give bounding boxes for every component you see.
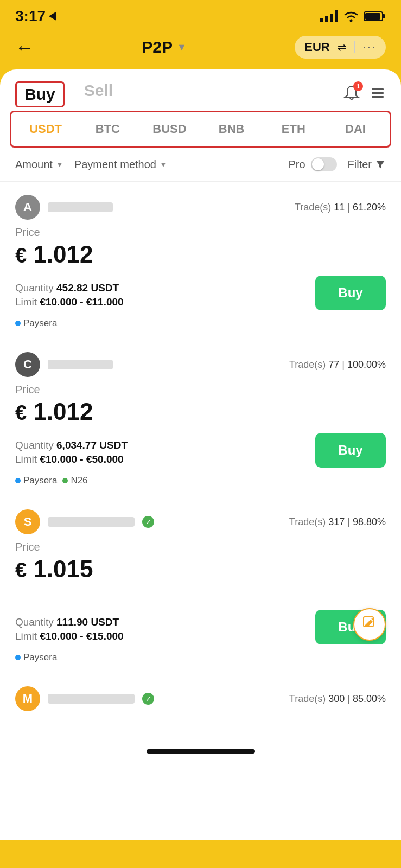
trade-card-1: A Trade(s) 11 | 61.20% Price € 1.012 Qua… <box>0 182 401 339</box>
payment-method-filter-button[interactable]: Payment method ▼ <box>74 158 167 171</box>
currency-selector[interactable]: EUR ⇌ ··· <box>295 36 386 59</box>
buy-sell-tab-row: Buy Sell 1 <box>0 69 401 107</box>
price-value-3: € 1.015 <box>15 556 386 583</box>
payment-dot-paysera-2 <box>15 478 21 483</box>
price-value-1: € 1.012 <box>15 241 386 268</box>
trade-card-3-header: S ✓ Trade(s) 317 | 98.80% <box>15 509 386 534</box>
trader-3-stats: Trade(s) 317 | 98.80% <box>289 516 386 528</box>
trade-card-1-header: A Trade(s) 11 | 61.20% <box>15 195 386 220</box>
battery-icon <box>364 11 386 22</box>
status-time: 3:17 <box>15 8 46 25</box>
trader-1-info: A <box>15 195 113 220</box>
trade-details-1: Quantity 452.82 USDT Limit €10.000 - €11… <box>15 276 386 310</box>
edit-svg-icon <box>362 615 377 630</box>
price-label-3: Price <box>15 541 386 553</box>
price-label-1: Price <box>15 226 386 239</box>
pro-toggle[interactable]: Pro <box>288 157 336 171</box>
trader-3-count: 317 <box>328 516 345 527</box>
payment-tags-2: Paysera N26 <box>15 475 386 486</box>
trader-3-name <box>48 517 135 527</box>
wifi-icon <box>343 10 359 22</box>
svg-rect-3 <box>365 13 380 20</box>
trader-2-avatar: C <box>15 352 40 377</box>
svg-rect-6 <box>372 96 384 98</box>
trader-4-rate: 85.00% <box>353 693 386 704</box>
trader-3-rate: 98.80% <box>353 516 386 527</box>
main-content: Buy Sell 1 <box>0 69 401 840</box>
crypto-tab-dai[interactable]: DAI <box>324 112 386 146</box>
trader-2-count: 77 <box>328 359 339 370</box>
header: ← P2P ▼ EUR ⇌ ··· <box>0 30 401 69</box>
payment-dot-n26-2 <box>62 478 68 483</box>
filter-row: Amount ▼ Payment method ▼ Pro Filter <box>0 148 401 182</box>
tab-icons: 1 <box>343 85 386 105</box>
more-options-button[interactable]: ··· <box>363 40 376 54</box>
crypto-tab-container: USDT BTC BUSD BNB ETH DAI <box>10 111 391 148</box>
payment-n26-2: N26 <box>62 475 87 486</box>
verified-icon-3: ✓ <box>142 516 154 528</box>
pro-toggle-thumb <box>312 158 324 170</box>
tab-sell[interactable]: Sell <box>84 81 113 107</box>
bottom-bar-area <box>0 727 401 760</box>
back-button[interactable]: ← <box>15 37 34 58</box>
svg-rect-2 <box>383 14 385 18</box>
trader-1-name <box>48 202 113 212</box>
payment-dot-paysera-3 <box>15 655 21 660</box>
quantity-line-3: Quantity 111.90 USDT <box>15 616 315 628</box>
trade-details-left-2: Quantity 6,034.77 USDT Limit €10.000 - €… <box>15 439 315 468</box>
filter-label: Filter <box>348 158 372 171</box>
limit-line-3: Limit €10.000 - €15.000 <box>15 630 315 642</box>
trade-details-3: Quantity 111.90 USDT Limit €10.000 - €15… <box>15 590 386 644</box>
trade-card-3-wrapper: S ✓ Trade(s) 317 | 98.80% Price € 1.015 … <box>0 496 401 673</box>
notification-button[interactable]: 1 <box>343 85 360 105</box>
trader-4-name <box>48 694 135 704</box>
home-indicator <box>147 749 255 754</box>
svg-rect-5 <box>372 92 384 94</box>
quantity-line-1: Quantity 452.82 USDT <box>15 282 315 294</box>
tab-buy[interactable]: Buy <box>15 81 65 107</box>
vertical-divider <box>354 41 355 53</box>
crypto-tab-usdt[interactable]: USDT <box>15 112 77 146</box>
list-icon <box>370 85 386 101</box>
list-view-button[interactable] <box>370 85 386 105</box>
dropdown-arrow-icon[interactable]: ▼ <box>177 42 187 53</box>
crypto-tab-busd[interactable]: BUSD <box>138 112 200 146</box>
trader-4-stats: Trade(s) 300 | 85.00% <box>289 693 386 705</box>
page-title: P2P <box>142 38 173 56</box>
buy-button-2[interactable]: Buy <box>315 433 386 468</box>
pro-label: Pro <box>288 158 305 171</box>
crypto-tab-eth[interactable]: ETH <box>263 112 324 146</box>
edit-icon <box>362 615 377 634</box>
amount-filter-button[interactable]: Amount ▼ <box>15 158 63 171</box>
status-bar: 3:17 <box>0 0 401 30</box>
amount-label: Amount <box>15 158 53 171</box>
filter-funnel-icon <box>375 159 386 170</box>
trader-1-avatar: A <box>15 195 40 220</box>
payment-dropdown-icon: ▼ <box>160 160 167 169</box>
buy-button-1[interactable]: Buy <box>315 276 386 310</box>
trader-1-stats: Trade(s) 11 | 61.20% <box>295 202 386 213</box>
fab-button[interactable] <box>353 608 386 641</box>
trader-2-info: C <box>15 352 113 377</box>
trader-1-count: 11 <box>334 202 345 213</box>
trade-details-left-1: Quantity 452.82 USDT Limit €10.000 - €11… <box>15 282 315 310</box>
trade-card-2: C Trade(s) 77 | 100.00% Price € 1.012 Qu… <box>0 339 401 496</box>
trader-1-rate: 61.20% <box>353 202 386 213</box>
trader-2-rate: 100.00% <box>347 359 386 370</box>
price-label-2: Price <box>15 384 386 396</box>
currency-label: EUR <box>304 40 329 54</box>
crypto-tab-bnb[interactable]: BNB <box>201 112 263 146</box>
trader-4-count: 300 <box>328 693 345 704</box>
payment-paysera-2: Paysera <box>15 475 57 486</box>
trader-2-name <box>48 360 113 369</box>
notification-badge: 1 <box>353 81 363 91</box>
payment-tags-3: Paysera <box>15 652 386 663</box>
pro-toggle-track[interactable] <box>311 157 337 171</box>
payment-label-paysera-2: Paysera <box>23 475 57 486</box>
filter-button[interactable]: Filter <box>348 158 386 171</box>
trade-card-3: S ✓ Trade(s) 317 | 98.80% Price € 1.015 … <box>0 496 401 673</box>
trade-details-left-3: Quantity 111.90 USDT Limit €10.000 - €15… <box>15 616 315 644</box>
trader-4-info: M ✓ <box>15 686 154 711</box>
crypto-tab-btc[interactable]: BTC <box>77 112 138 146</box>
quantity-line-2: Quantity 6,034.77 USDT <box>15 439 315 451</box>
